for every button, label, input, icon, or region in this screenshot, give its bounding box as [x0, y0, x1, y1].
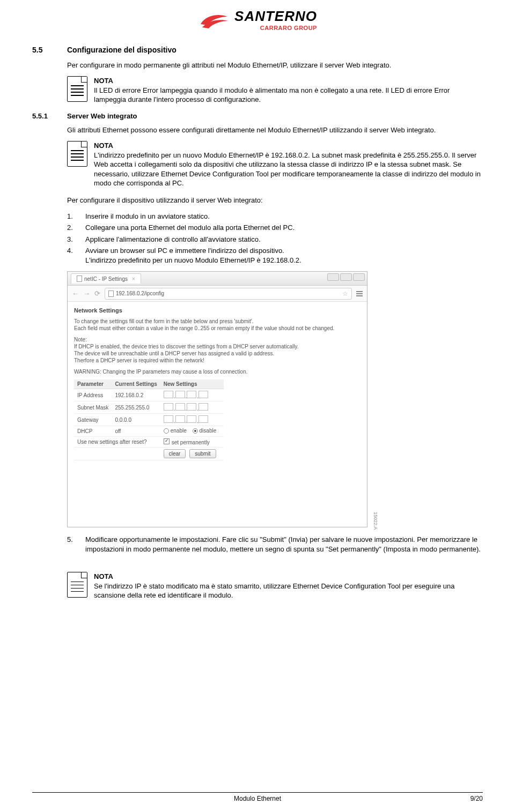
nav-reload-icon[interactable]: ⟳ — [94, 289, 100, 297]
dhcp-note: Note: If DHCP is enabled, the device tri… — [74, 336, 360, 364]
ip-octet-input[interactable] — [164, 391, 173, 398]
page-footer: Modulo Ethernet 9/20 — [32, 792, 483, 802]
close-icon[interactable]: × — [132, 276, 135, 282]
window-close-button[interactable] — [353, 273, 365, 281]
window-max-button[interactable] — [340, 273, 352, 281]
note-2: NOTA L'indirizzo predefinito per un nuov… — [67, 141, 483, 188]
figure-code: 15022.A — [373, 512, 378, 530]
page-icon — [77, 275, 82, 282]
procedure-steps: 1.Inserire il modulo in un avviatore sta… — [67, 212, 483, 265]
note-icon — [67, 572, 87, 598]
logo-swoosh-icon — [198, 9, 230, 31]
logo-sub-text: CARRARO GROUP — [260, 25, 317, 31]
header-logo: SANTERNO CARRARO GROUP — [32, 0, 483, 46]
dhcp-disable-radio[interactable]: disable — [193, 428, 217, 434]
browser-screenshot: netIC - IP Settings × ← → ⟳ 192.168.0.2/… — [67, 271, 367, 527]
note-icon — [67, 141, 87, 167]
section-5-5-heading: 5.5Configurazione del dispositivo — [32, 46, 483, 54]
table-row: Subnet Mask 255.255.255.0 ... — [74, 401, 224, 414]
dhcp-enable-radio[interactable]: enable — [164, 428, 187, 434]
section-5-5-1-intro: Gli attributi Ethernet possono essere co… — [67, 125, 483, 135]
logo-main-text: SANTERNO — [234, 8, 317, 25]
table-row: IP Address 192.168.0.2 ... — [74, 389, 224, 401]
set-permanently-checkbox[interactable] — [164, 438, 170, 444]
nav-back-icon[interactable]: ← — [72, 289, 79, 297]
footer-title: Modulo Ethernet — [182, 795, 333, 802]
clear-button[interactable]: clear — [164, 449, 186, 458]
table-row: Use new settings after reset? set perman… — [74, 436, 224, 447]
network-settings-heading: Network Settings — [74, 307, 360, 314]
warning-text: WARNING: Changing the IP parameters may … — [74, 368, 360, 375]
note-3: NOTA Se l'indirizzo IP è stato modificat… — [67, 572, 483, 600]
page-icon — [108, 290, 114, 297]
form-instructions: To change the settings fill out the form… — [74, 318, 360, 332]
table-row: Gateway 0.0.0.0 ... — [74, 414, 224, 426]
procedure-intro: Per configurare il dispositivo utilizzan… — [67, 196, 483, 205]
section-5-5-1-heading: 5.5.1Server Web integrato — [32, 112, 483, 120]
table-row: DHCP off enable disable — [74, 426, 224, 437]
note-icon — [67, 76, 87, 102]
table-row: clear submit — [74, 447, 224, 460]
url-bar[interactable]: 192.168.0.2/ipconfig ☆ — [105, 288, 352, 300]
section-5-5-intro: Per configurare in modo permanente gli a… — [67, 61, 483, 70]
nav-forward-icon[interactable]: → — [83, 289, 90, 297]
procedure-step-5: 5.Modificare opportunamente le impostazi… — [67, 535, 483, 554]
browser-tab[interactable]: netIC - IP Settings × — [71, 273, 141, 284]
submit-button[interactable]: submit — [189, 449, 216, 458]
settings-table: Parameter Current Settings New Settings … — [74, 379, 224, 460]
hamburger-menu-icon[interactable] — [356, 291, 363, 296]
note-1: NOTA Il LED di errore Error lampeggia qu… — [67, 76, 483, 105]
footer-page-number: 9/20 — [333, 795, 483, 802]
window-min-button[interactable] — [327, 273, 339, 281]
bookmark-star-icon[interactable]: ☆ — [342, 290, 348, 297]
